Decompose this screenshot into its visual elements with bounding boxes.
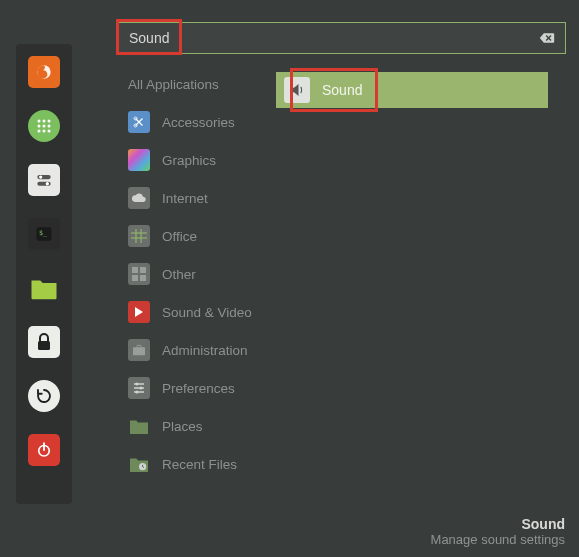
category-sound-video[interactable]: Sound & Video: [128, 300, 276, 324]
category-label: Internet: [162, 191, 208, 206]
svg-text:$_: $_: [39, 229, 47, 237]
category-internet[interactable]: Internet: [128, 186, 276, 210]
category-label: Other: [162, 267, 196, 282]
sliders-icon: [132, 381, 146, 395]
briefcase-icon: [131, 343, 147, 357]
launcher-settings-toggle[interactable]: [28, 164, 60, 196]
speaker-icon: [288, 81, 306, 99]
category-accessories[interactable]: Accessories: [128, 110, 276, 134]
clear-icon[interactable]: [539, 32, 555, 44]
category-label: Sound & Video: [162, 305, 252, 320]
svg-point-2: [43, 120, 46, 123]
svg-point-7: [38, 130, 41, 133]
svg-rect-29: [140, 275, 146, 281]
terminal-icon: $_: [34, 224, 54, 244]
categories-header-label: All Applications: [128, 77, 219, 92]
launcher-firefox[interactable]: [28, 56, 60, 88]
svg-point-4: [38, 125, 41, 128]
spreadsheet-icon: [131, 229, 147, 243]
svg-point-36: [140, 387, 143, 390]
svg-rect-30: [133, 347, 145, 355]
svg-point-13: [46, 182, 49, 185]
search-input[interactable]: [129, 30, 539, 46]
svg-point-1: [38, 120, 41, 123]
launcher-lock[interactable]: [28, 326, 60, 358]
category-recent-files[interactable]: Recent Files: [128, 452, 276, 476]
launcher-power[interactable]: [28, 434, 60, 466]
result-label: Sound: [322, 82, 362, 98]
launcher-files[interactable]: [28, 272, 60, 304]
svg-point-11: [39, 175, 42, 178]
svg-point-3: [48, 120, 51, 123]
categories-list: All Applications Accessories Graphics In…: [118, 72, 276, 476]
launcher-panel: $_: [16, 44, 72, 504]
category-label: Graphics: [162, 153, 216, 168]
description-subtitle: Manage sound settings: [431, 532, 565, 547]
firefox-icon: [34, 62, 54, 82]
svg-rect-21: [131, 229, 147, 243]
grid-icon: [36, 118, 52, 134]
svg-point-37: [136, 391, 139, 394]
svg-rect-26: [132, 267, 138, 273]
category-other[interactable]: Other: [128, 262, 276, 286]
category-label: Places: [162, 419, 203, 434]
result-icon-box: [284, 77, 310, 103]
launcher-restart[interactable]: [28, 380, 60, 412]
folder-icon: [128, 417, 150, 435]
category-preferences[interactable]: Preferences: [128, 376, 276, 400]
svg-point-5: [43, 125, 46, 128]
restart-icon: [35, 387, 53, 405]
grid4-icon: [132, 267, 146, 281]
svg-rect-28: [132, 275, 138, 281]
folder-icon: [29, 275, 59, 301]
category-office[interactable]: Office: [128, 224, 276, 248]
description-title: Sound: [431, 516, 565, 532]
scissors-icon: [132, 115, 146, 129]
svg-rect-31: [137, 345, 141, 348]
category-graphics[interactable]: Graphics: [128, 148, 276, 172]
svg-rect-27: [140, 267, 146, 273]
power-icon: [35, 441, 53, 459]
svg-point-8: [43, 130, 46, 133]
category-label: Recent Files: [162, 457, 237, 472]
svg-point-6: [48, 125, 51, 128]
lock-icon: [36, 333, 52, 351]
category-label: Preferences: [162, 381, 235, 396]
svg-point-35: [136, 383, 139, 386]
svg-point-9: [48, 130, 51, 133]
category-places[interactable]: Places: [128, 414, 276, 438]
description-panel: Sound Manage sound settings: [431, 516, 565, 547]
category-label: Office: [162, 229, 197, 244]
folder-clock-icon: [128, 455, 150, 473]
svg-rect-16: [38, 341, 50, 350]
category-label: Administration: [162, 343, 248, 358]
launcher-terminal[interactable]: $_: [28, 218, 60, 250]
category-label: Accessories: [162, 115, 235, 130]
play-icon: [134, 306, 144, 318]
search-field-wrap: [118, 22, 566, 54]
category-administration[interactable]: Administration: [128, 338, 276, 362]
categories-header[interactable]: All Applications: [128, 72, 276, 96]
cloud-icon: [131, 192, 147, 204]
results-pane: Sound: [276, 72, 566, 476]
result-sound[interactable]: Sound: [276, 72, 548, 108]
launcher-apps-grid[interactable]: [28, 110, 60, 142]
toggle-icon: [34, 170, 54, 190]
